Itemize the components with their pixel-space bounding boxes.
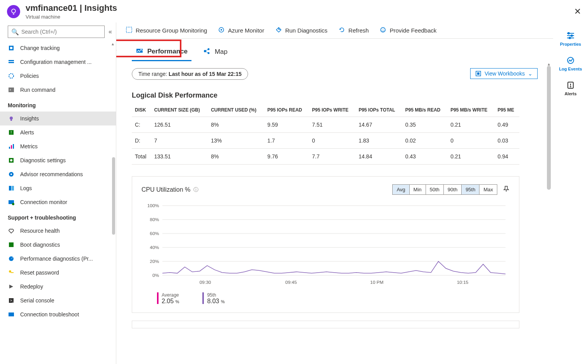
sidebar-item-label: Connection troubleshoot xyxy=(20,311,79,318)
sidebar-item-conntrouble[interactable]: Connection troubleshoot xyxy=(0,307,116,321)
sidebar-item-logs[interactable]: Logs xyxy=(0,181,116,195)
health-icon xyxy=(8,227,15,234)
conntrouble-icon xyxy=(8,311,15,318)
perf-icon xyxy=(8,255,15,262)
rail-alerts[interactable]: Alerts xyxy=(564,81,576,96)
redeploy-icon xyxy=(8,283,15,290)
seg-min[interactable]: Min xyxy=(410,185,426,194)
seg-50th[interactable]: 50th xyxy=(426,185,444,194)
sidebar-item-health[interactable]: Resource health xyxy=(0,224,116,238)
table-cell: C: xyxy=(132,117,151,133)
sidebar-item-change[interactable]: Change tracking xyxy=(0,41,116,55)
table-row: C:126.518%9.597.5114.670.350.210.49 xyxy=(132,117,519,133)
main-pane: Resource Group MonitoringAzure MonitorRu… xyxy=(116,22,553,364)
sidebar-item-metrics[interactable]: Metrics xyxy=(0,139,116,153)
svg-rect-4 xyxy=(9,62,14,63)
svg-line-40 xyxy=(206,50,208,51)
svg-point-21 xyxy=(12,203,14,205)
table-cell: 14.67 xyxy=(355,117,402,133)
sidebar-item-boot[interactable]: Boot diagnostics xyxy=(0,238,116,252)
sidebar-item-diag[interactable]: Diagnostic settings xyxy=(0,153,116,167)
svg-rect-18 xyxy=(9,186,11,191)
connmon-icon xyxy=(8,199,15,206)
rail-log-events[interactable]: Log Events xyxy=(559,56,582,71)
toolbar-feedback[interactable]: Provide Feedback xyxy=(379,26,436,34)
sidebar-item-config[interactable]: Configuration management ... xyxy=(0,55,116,69)
scroll-up-arrow-icon[interactable]: ▲ xyxy=(111,42,115,46)
feedback-icon xyxy=(379,26,386,34)
map-tab-icon xyxy=(203,47,211,57)
sidebar-item-serial[interactable]: >_Serial console xyxy=(0,294,116,307)
table-cell: 7.51 xyxy=(309,117,355,133)
table-row: Total133.518%9.767.714.840.430.210.94 xyxy=(132,149,519,165)
view-workbooks-button[interactable]: View Workbooks ⌄ xyxy=(470,68,538,79)
table-cell: 0 xyxy=(447,133,495,149)
sidebar-item-label: Metrics xyxy=(20,143,38,149)
toolbar-refresh[interactable]: Refresh xyxy=(338,26,369,34)
sidebar-item-label: Boot diagnostics xyxy=(20,242,60,248)
sidebar-item-alerts[interactable]: !Alerts xyxy=(0,125,116,139)
seg-avg[interactable]: Avg xyxy=(393,185,409,194)
table-header: CURRENT SIZE (GB) xyxy=(151,103,208,117)
sidebar: 🔍 « ▲ Change trackingConfiguration manag… xyxy=(0,22,116,364)
svg-rect-22 xyxy=(9,242,14,247)
close-button[interactable]: ✕ xyxy=(574,7,581,17)
toolbar-rundiag[interactable]: Run Diagnostics xyxy=(275,26,328,34)
section-monitoring: Monitoring xyxy=(0,97,116,112)
table-cell: 0.21 xyxy=(447,149,495,165)
legend-item: Average2.05 % xyxy=(157,292,179,305)
main-scrollbar[interactable] xyxy=(547,66,551,190)
table-cell: 0.03 xyxy=(495,133,519,149)
chart-legend: Average2.05 %95th8.03 % xyxy=(141,292,510,305)
table-cell: 0 xyxy=(309,133,355,149)
sidebar-item-perf[interactable]: Performance diagnostics (Pr... xyxy=(0,252,116,266)
toolbar-azmon[interactable]: Azure Monitor xyxy=(218,26,264,34)
table-cell: 13% xyxy=(208,133,264,149)
svg-text:100%: 100% xyxy=(147,203,159,208)
sidebar-item-policy[interactable]: Policies xyxy=(0,69,116,83)
sidebar-item-key[interactable]: Reset password xyxy=(0,266,116,280)
table-header: P95 MB/s WRITE xyxy=(447,103,495,117)
table-header: P95 IOPs TOTAL xyxy=(355,103,402,117)
disk-performance-table: DISKCURRENT SIZE (GB)CURRENT USED (%)P95… xyxy=(132,103,519,165)
sidebar-scrollbar[interactable] xyxy=(112,157,115,235)
insights-brand-icon xyxy=(7,5,20,18)
seg-95th[interactable]: 95th xyxy=(462,185,479,194)
rail-properties-label: Properties xyxy=(560,42,581,46)
seg-90th[interactable]: 90th xyxy=(444,185,462,194)
table-cell: 8% xyxy=(208,149,264,165)
time-range-pill[interactable]: Time range: Last hour as of 15 Mar 22:15 xyxy=(132,68,248,80)
svg-rect-8 xyxy=(10,120,12,121)
pin-button[interactable] xyxy=(503,185,510,194)
svg-rect-2 xyxy=(10,47,12,49)
search-input[interactable] xyxy=(21,29,101,35)
seg-max[interactable]: Max xyxy=(479,185,497,194)
tab-map[interactable]: Map xyxy=(199,44,231,61)
sidebar-item-label: Configuration management ... xyxy=(20,59,91,65)
table-cell: 7.7 xyxy=(309,149,355,165)
search-input-wrap[interactable]: 🔍 xyxy=(8,26,105,38)
aggregation-selector: AvgMin50th90th95thMax xyxy=(392,184,497,195)
rail-properties[interactable]: Properties xyxy=(560,31,581,46)
tab-performance[interactable]: Performance xyxy=(132,43,191,61)
sidebar-item-insights[interactable]: Insights xyxy=(0,112,116,125)
sidebar-item-label: Alerts xyxy=(20,129,34,136)
sidebar-item-advisor[interactable]: Advisor recommendations xyxy=(0,167,116,181)
table-cell: 1.83 xyxy=(355,133,402,149)
toolbar-label: Resource Group Monitoring xyxy=(136,27,207,34)
content-area: ▲ Time range: Last hour as of 15 Mar 22:… xyxy=(116,61,553,364)
table-cell: 14.84 xyxy=(355,149,402,165)
sidebar-item-redeploy[interactable]: Redeploy xyxy=(0,280,116,294)
info-icon[interactable]: ⓘ xyxy=(193,186,198,193)
svg-point-0 xyxy=(12,9,16,13)
svg-text:60%: 60% xyxy=(150,231,159,236)
svg-rect-12 xyxy=(11,145,12,149)
sidebar-item-connmon[interactable]: Connection monitor xyxy=(0,195,116,209)
alerts-icon: ! xyxy=(8,129,15,136)
rundiag-icon xyxy=(275,26,282,34)
toolbar-rg[interactable]: Resource Group Monitoring xyxy=(126,26,207,34)
table-cell: 0.49 xyxy=(495,117,519,133)
collapse-sidebar-button[interactable]: « xyxy=(109,28,112,35)
view-workbooks-label: View Workbooks xyxy=(485,70,525,77)
sidebar-item-runcmd[interactable]: Run command xyxy=(0,83,116,97)
